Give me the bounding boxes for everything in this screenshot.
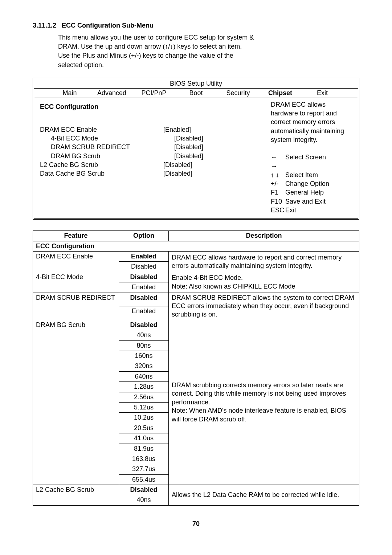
- bios-option-label: Data Cache BG Scrub: [40, 169, 163, 178]
- bios-option-row[interactable]: DRAM SCRUB REDIRECT[Disabled]: [40, 143, 263, 151]
- option-cell: 2.56us: [119, 392, 169, 402]
- menu-boot[interactable]: Boot: [175, 89, 217, 97]
- bios-option-value: [Enabled]: [163, 125, 191, 134]
- intro-text-3: Use the Plus and Minus (+/-) keys to cha…: [58, 52, 233, 59]
- bios-panel: BIOS Setup Utility Main Advanced PCI/PnP…: [33, 78, 359, 220]
- feature-cell: L2 Cache BG Scrub: [33, 485, 119, 506]
- page-number: 70: [33, 520, 359, 528]
- feature-table: Feature Option Description ECC Configura…: [33, 230, 359, 506]
- th-feature: Feature: [33, 231, 119, 241]
- description-cell: DRAM scrubbing corrects memory errors so…: [169, 320, 359, 485]
- option-cell: 1.28us: [119, 382, 169, 392]
- menu-advanced[interactable]: Advanced: [91, 89, 133, 97]
- option-cell: 160ns: [119, 351, 169, 361]
- bios-option-label: DRAM BG Scrub: [40, 152, 174, 160]
- help-key: F1: [271, 188, 285, 197]
- help-key-row: ← →Select Screen: [271, 153, 354, 171]
- option-cell: 80ns: [119, 340, 169, 351]
- help-key: F10: [271, 197, 285, 206]
- help-key: +/-: [271, 179, 285, 188]
- help-key-row: F1General Help: [271, 188, 354, 197]
- option-cell: 10.2us: [119, 413, 169, 423]
- description-cell: Allows the L2 Data Cache RAM to be corre…: [169, 485, 359, 506]
- option-cell: Enabled: [119, 306, 169, 320]
- arrow-down-icon: ↓: [170, 43, 173, 50]
- table-row: L2 Cache BG ScrubDisabledAllows the L2 D…: [33, 485, 359, 495]
- bios-option-row[interactable]: DRAM ECC Enable[Enabled]: [40, 125, 263, 134]
- help-key-desc: Select Screen: [285, 153, 326, 171]
- table-row: DRAM SCRUB REDIRECTDisabledDRAM SCRUB RE…: [33, 293, 359, 306]
- option-cell: 40ns: [119, 330, 169, 340]
- intro-text-4: selected option.: [58, 61, 104, 69]
- bios-option-row[interactable]: Data Cache BG Scrub[Disabled]: [40, 169, 263, 178]
- table-section-header: ECC Configuration: [33, 241, 359, 251]
- bios-option-label: DRAM ECC Enable: [40, 125, 163, 134]
- help-key-row: F10Save and Exit: [271, 197, 354, 206]
- bios-option-value: [Disabled]: [174, 134, 203, 143]
- help-key: ↑ ↓: [271, 171, 285, 179]
- option-cell: Disabled: [119, 485, 169, 495]
- description-cell: Enable 4-Bit ECC Mode.Note: Also known a…: [169, 272, 359, 293]
- option-cell: 163.8us: [119, 454, 169, 464]
- bios-option-row[interactable]: DRAM BG Scrub[Disabled]: [40, 152, 263, 160]
- feature-cell: DRAM SCRUB REDIRECT: [33, 293, 119, 320]
- menu-main[interactable]: Main: [49, 89, 91, 97]
- feature-cell: 4-Bit ECC Mode: [33, 272, 119, 293]
- option-cell: 640ns: [119, 371, 169, 381]
- option-cell: 81.9us: [119, 444, 169, 454]
- bios-menubar: Main Advanced PCI/PnP Boot Security Chip…: [34, 88, 358, 98]
- bios-option-label: DRAM SCRUB REDIRECT: [40, 143, 174, 151]
- description-cell: DRAM ECC allows hardware to report and c…: [169, 252, 359, 272]
- help-key-desc: Save and Exit: [285, 197, 326, 206]
- help-key-desc: Exit: [285, 206, 296, 215]
- bios-title: BIOS Setup Utility: [34, 79, 358, 88]
- bios-option-value: [Disabled]: [163, 160, 192, 169]
- option-cell: 20.5us: [119, 423, 169, 433]
- help-key: ← →: [271, 153, 285, 171]
- help-key-row: ESCExit: [271, 206, 354, 215]
- option-cell: Disabled: [119, 293, 169, 306]
- menu-pcipnp[interactable]: PCI/PnP: [133, 89, 175, 97]
- help-key: ESC: [271, 206, 285, 215]
- heading-number: 3.11.1.2: [33, 22, 56, 29]
- bios-option-label: L2 Cache BG Scrub: [40, 160, 163, 169]
- bios-option-value: [Disabled]: [163, 169, 192, 178]
- option-cell: Disabled: [119, 272, 169, 282]
- menu-exit[interactable]: Exit: [301, 89, 343, 97]
- option-cell: 655.4us: [119, 474, 169, 485]
- feature-cell: DRAM BG Scrub: [33, 320, 119, 485]
- description-cell: DRAM SCRUB REDIRECT allows the system to…: [169, 293, 359, 320]
- bios-section-title: ECC Configuration: [40, 103, 263, 111]
- bios-help-pane: DRAM ECC allows hardware to report and c…: [267, 98, 358, 219]
- option-cell: Disabled: [119, 320, 169, 330]
- intro-paragraph: This menu allows you the user to configu…: [58, 33, 359, 70]
- option-cell: Enabled: [119, 282, 169, 293]
- intro-text-1: This menu allows you the user to configu…: [58, 34, 254, 41]
- table-row: DRAM BG ScrubDisabledDRAM scrubbing corr…: [33, 320, 359, 330]
- intro-text-2a: DRAM. Use the up and down arrow (: [58, 43, 165, 50]
- bios-option-value: [Disabled]: [174, 143, 203, 151]
- bios-options-pane: ECC Configuration DRAM ECC Enable[Enable…: [34, 98, 267, 219]
- option-cell: 41.0us: [119, 433, 169, 444]
- th-description: Description: [169, 231, 359, 241]
- option-cell: 320ns: [119, 361, 169, 371]
- help-text: DRAM ECC allows hardware to report and c…: [271, 100, 354, 144]
- feature-cell: DRAM ECC Enable: [33, 252, 119, 272]
- help-key-desc: Change Option: [285, 179, 329, 188]
- menu-chipset[interactable]: Chipset: [259, 89, 301, 97]
- menu-security[interactable]: Security: [217, 89, 259, 97]
- bios-option-row[interactable]: 4-Bit ECC Mode[Disabled]: [40, 134, 263, 143]
- table-row: DRAM ECC EnableEnabledDRAM ECC allows ha…: [33, 252, 359, 262]
- bios-option-label: 4-Bit ECC Mode: [40, 134, 174, 143]
- bios-option-row[interactable]: L2 Cache BG Scrub[Disabled]: [40, 160, 263, 169]
- option-cell: Disabled: [119, 262, 169, 272]
- option-cell: 327.7us: [119, 464, 169, 474]
- help-key-row: ↑ ↓Select Item: [271, 171, 354, 179]
- table-row: 4-Bit ECC ModeDisabledEnable 4-Bit ECC M…: [33, 272, 359, 282]
- option-cell: Enabled: [119, 252, 169, 262]
- section-heading: 3.11.1.2 ECC Configuration Sub-Menu: [33, 22, 359, 29]
- help-key-desc: General Help: [285, 188, 324, 197]
- intro-text-2b: ) keys to select an item.: [173, 43, 242, 50]
- option-cell: 40ns: [119, 495, 169, 505]
- option-cell: 5.12us: [119, 402, 169, 412]
